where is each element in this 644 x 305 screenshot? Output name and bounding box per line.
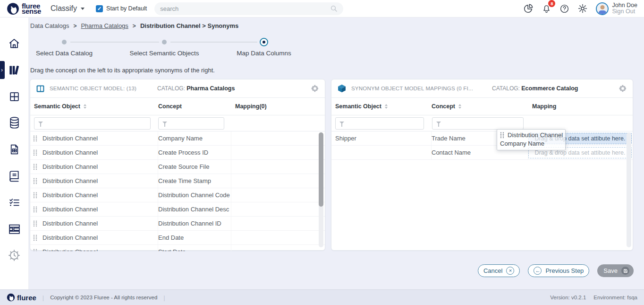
- concept-cell: Create Time Stamp: [158, 174, 231, 188]
- drag-handle-icon[interactable]: [33, 131, 42, 145]
- semantic-object-cell: Shipper: [335, 131, 432, 145]
- sort-icon[interactable]: [84, 104, 86, 109]
- sidebar-item-data-catalogs[interactable]: ›: [0, 57, 28, 83]
- left-panel-title: SEMANTIC OBJECT MODEL: (13): [50, 86, 157, 91]
- concept-cell: Distribution Channel ID: [158, 217, 231, 230]
- sidebar-item-settings[interactable]: [0, 242, 28, 269]
- table-row[interactable]: Distribution ChannelCompany Name: [30, 131, 325, 146]
- drag-handle-icon[interactable]: [33, 217, 42, 230]
- mapping-cell: [231, 146, 325, 159]
- start-by-default-group: ✓ Start by Default: [96, 5, 147, 12]
- scrollbar-thumb[interactable]: [319, 132, 323, 207]
- sidebar-item-layouts[interactable]: [0, 216, 28, 242]
- drag-handle-icon[interactable]: [33, 245, 42, 251]
- table-row[interactable]: Distribution ChannelStart Date: [30, 245, 325, 251]
- semantic-object-cell: Distribution Channel: [42, 160, 158, 174]
- search-input[interactable]: [160, 5, 330, 12]
- drag-handle-icon[interactable]: [33, 202, 42, 216]
- footer-brand-text: fluree: [17, 294, 36, 302]
- drag-handle-icon[interactable]: [33, 188, 42, 202]
- table-row[interactable]: Distribution ChannelDistribution Channel…: [30, 202, 325, 217]
- breadcrumb-pharma-catalogs[interactable]: Pharma Catalogs: [81, 22, 128, 29]
- classify-menu[interactable]: Classify: [51, 4, 85, 13]
- mapping-cell: [231, 217, 325, 230]
- footer-logo[interactable]: fluree: [7, 293, 36, 302]
- concept-cell: Distribution Channel Code: [158, 188, 231, 202]
- breadcrumb-separator-icon: >: [133, 23, 136, 29]
- sidebar-item-glossary[interactable]: [0, 163, 28, 189]
- table-row[interactable]: Distribution ChannelDistribution Channel…: [30, 188, 325, 202]
- sort-icon[interactable]: [458, 104, 461, 109]
- stepper: Select Data Catalog Select Semantic Obje…: [29, 36, 369, 66]
- concept-filter-input[interactable]: [432, 117, 524, 130]
- right-table-body: Shipper Trade Name Drag & drop data set …: [331, 131, 633, 251]
- top-navbar: fluree sense Classify ✓ Start by Default…: [0, 0, 644, 17]
- column-header-mapping: Mapping: [528, 103, 633, 110]
- bell-icon[interactable]: 8: [542, 3, 551, 14]
- sidebar-item-database[interactable]: [0, 110, 28, 136]
- previous-step-button[interactable]: ← Previous Step: [528, 264, 589, 277]
- table-row[interactable]: Distribution ChannelCreate Time Stamp: [30, 174, 325, 188]
- drag-handle-icon[interactable]: [33, 146, 42, 159]
- cancel-button[interactable]: Cancel ×: [478, 264, 520, 277]
- table-row[interactable]: Distribution ChannelDistribution Channel…: [30, 217, 325, 231]
- right-panel-title: SYNONYM OBJECT MODEL MAPPINGS (0 FI...: [351, 86, 492, 91]
- breadcrumb-current: Distribution Channel > Synonyms: [140, 22, 238, 29]
- sidebar-item-home[interactable]: [0, 30, 28, 57]
- drag-ghost-concept: Company Name: [500, 140, 561, 147]
- library-books-icon: [8, 64, 21, 77]
- classify-menu-label: Classify: [51, 4, 77, 13]
- step-dot-map-data-columns-active[interactable]: [260, 38, 268, 46]
- concept-filter-input[interactable]: [158, 117, 224, 130]
- table-row: Shipper Trade Name Drag & drop data set …: [331, 131, 633, 146]
- drag-ghost: Distribution Channel Company Name: [497, 129, 566, 150]
- table-row[interactable]: Distribution ChannelEnd Date: [30, 231, 325, 245]
- pie-chart-icon[interactable]: [523, 3, 534, 14]
- concept-cell: Create Source File: [158, 160, 231, 174]
- help-icon[interactable]: [559, 4, 569, 14]
- sign-out-link[interactable]: Sign Out: [612, 8, 635, 15]
- sidebar-item-grid[interactable]: [0, 83, 28, 110]
- concept-cell: Start Date: [158, 245, 231, 251]
- drag-handle-icon[interactable]: [33, 231, 42, 244]
- step-dot-select-data-catalog[interactable]: [62, 40, 67, 44]
- filter-funnel-icon: [339, 122, 344, 124]
- mapping-cell: [231, 202, 325, 216]
- start-by-default-label: Start by Default: [106, 5, 147, 12]
- action-buttons: Cancel × ← Previous Step Save: [478, 264, 634, 277]
- user-menu[interactable]: John Doe Sign Out: [596, 2, 637, 15]
- semantic-object-cell: Distribution Channel: [42, 231, 158, 244]
- panels-row: SEMANTIC OBJECT MODEL: (13) CATALOG: Pha…: [30, 79, 633, 251]
- scrollbar-track[interactable]: [627, 132, 631, 247]
- right-filter-row: [331, 115, 633, 131]
- save-button[interactable]: Save: [597, 264, 634, 277]
- sort-icon[interactable]: [385, 104, 388, 109]
- scrollbar-track[interactable]: [319, 132, 323, 247]
- sidebar-item-spreadsheets[interactable]: [0, 136, 28, 163]
- drag-handle-icon: [500, 132, 504, 139]
- navbar-right: 8 John Doe Sign Out: [523, 2, 637, 15]
- stepper-connector: [170, 42, 257, 43]
- drag-handle-icon[interactable]: [33, 160, 42, 174]
- arrow-left-icon: ←: [534, 267, 542, 275]
- sidebar-item-tasks[interactable]: [0, 189, 28, 216]
- avatar: [596, 2, 609, 15]
- step-dot-select-semantic-objects[interactable]: [162, 40, 167, 44]
- breadcrumb-data-catalogs[interactable]: Data Catalogs: [30, 22, 69, 29]
- semantic-object-filter-input[interactable]: [335, 117, 424, 130]
- start-by-default-checkbox[interactable]: ✓: [96, 5, 103, 12]
- table-row[interactable]: Distribution ChannelCreate Source File: [30, 160, 325, 174]
- stepper-connector: [70, 42, 159, 43]
- panel-gear-icon[interactable]: [619, 84, 627, 93]
- fluree-sense-logo[interactable]: fluree sense: [7, 2, 41, 15]
- gear-icon[interactable]: [577, 3, 588, 14]
- semantic-object-cell: Distribution Channel: [42, 174, 158, 188]
- catalog-label: CATALOG:: [157, 85, 185, 92]
- semantic-object-filter-input[interactable]: [34, 117, 151, 130]
- drag-handle-icon[interactable]: [33, 174, 42, 188]
- sidebar: ›: [0, 17, 29, 289]
- table-row[interactable]: Distribution ChannelCreate Process ID: [30, 146, 325, 160]
- panel-gear-icon[interactable]: [311, 84, 319, 93]
- catalog-name: Pharma Catalogs: [186, 85, 235, 92]
- gear-clock-icon: [8, 249, 21, 262]
